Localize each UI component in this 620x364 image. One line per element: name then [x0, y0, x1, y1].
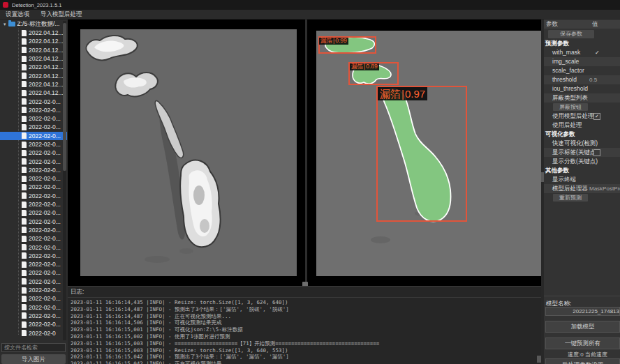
model-name-field[interactable]: 20221225_174813: [545, 307, 620, 316]
postprocess-settings-button[interactable]: 后处理参数设置: [545, 358, 620, 364]
tree-item[interactable]: 2022.04.12...: [0, 80, 67, 89]
file-icon: [22, 176, 27, 182]
tree-item[interactable]: 2022-02-0...: [0, 234, 67, 243]
detection-label: 漏箔|0.89: [350, 63, 379, 70]
param-row[interactable]: 显示终端: [544, 175, 620, 184]
param-label: 使用后处理: [544, 121, 589, 130]
param-value: ✓: [589, 48, 620, 57]
file-icon: [22, 167, 27, 173]
tree-item[interactable]: 2022-02-0...: [0, 320, 67, 328]
param-row[interactable]: 使用后处理: [544, 121, 620, 130]
file-icon: [22, 192, 27, 199]
param-value: MaskPostPro: [589, 184, 620, 193]
tree-item[interactable]: 2022-02-0...: [0, 132, 67, 140]
tree-item[interactable]: 2022-02-0...: [0, 149, 67, 157]
predict-all-button[interactable]: 一键预测所有: [545, 338, 620, 349]
params-col-value: 值: [592, 20, 598, 29]
tree-item[interactable]: 2022-02-0...: [0, 166, 67, 174]
param-button[interactable]: 屏蔽按钮: [553, 103, 588, 111]
tree-item[interactable]: 2022-02-0...: [0, 303, 67, 312]
tree-item-label: 2022-02-0...: [29, 167, 61, 174]
tree-scrollbar-thumb[interactable]: [63, 23, 66, 171]
tree-item[interactable]: 2022-02-0...: [0, 114, 67, 123]
tree-item[interactable]: 2022-02-0...: [0, 174, 67, 183]
load-model-button[interactable]: 加载模型: [545, 321, 620, 333]
tree-item[interactable]: 2022.04.12...: [0, 71, 67, 79]
check-icon[interactable]: ✓: [589, 50, 600, 56]
original-image[interactable]: [80, 29, 297, 276]
tree-item[interactable]: 2022-02-0...: [0, 208, 67, 217]
tree-item[interactable]: 2022-02-0...: [0, 123, 67, 131]
tree-item[interactable]: 2022-02-0: [0, 328, 67, 337]
param-value: [589, 66, 620, 75]
tree-item[interactable]: 2022-02-0...: [0, 192, 67, 200]
file-icon: [22, 304, 27, 310]
param-row[interactable]: 模型后处理器MaskPostPro: [544, 184, 620, 193]
param-value: [589, 84, 620, 93]
tree-item[interactable]: 2022-02-0...: [0, 268, 67, 277]
log-line: 2023-01-11 16:16:14,435 |INFO| - Resize:…: [71, 299, 542, 306]
tree-item[interactable]: 2022-02-0...: [0, 200, 67, 208]
tree-item[interactable]: 2022-02-0...: [0, 140, 67, 149]
param-row[interactable]: 显示分数(关键点): [544, 157, 620, 166]
tree-scrollbar[interactable]: [63, 21, 66, 340]
menu-settings[interactable]: 设置选项: [6, 10, 29, 19]
tree-item-label: 2022.04.12...: [29, 47, 64, 54]
tree-item[interactable]: 2022-02-0...: [0, 218, 67, 226]
tree-item-label: 2022-02-0...: [29, 107, 61, 114]
tree-root[interactable]: ▾ Z:/5-标注数据/...: [0, 20, 67, 29]
checkbox[interactable]: [593, 149, 600, 156]
tree-item[interactable]: 2022-02-0...: [0, 226, 67, 234]
tree-item[interactable]: 2022.04.12...: [0, 63, 67, 71]
tree-item[interactable]: 2022-02-0...: [0, 260, 67, 268]
save-params-button[interactable]: 保存参数: [548, 30, 594, 38]
tree-item[interactable]: 2022-02-0...: [0, 183, 67, 191]
title-bar: Detection_2023.1.5.1: [0, 0, 620, 10]
tree-item[interactable]: 2022.04.12...: [0, 89, 67, 97]
param-row[interactable]: 使用模型后处理✓: [544, 112, 620, 121]
tree-item-label: 2022-02-0...: [29, 261, 61, 268]
search-input[interactable]: [1, 343, 66, 352]
tree-item-label: 2022-02-0...: [29, 227, 61, 234]
param-row[interactable]: img_scale: [544, 57, 620, 66]
image-panel-prediction[interactable]: 漏箔|0.99 漏箔|0.89 漏箔|0.97: [307, 20, 542, 286]
import-images-button[interactable]: 导入图片: [1, 354, 66, 364]
tree-item[interactable]: 2022.04.12...: [0, 46, 67, 54]
chevron-down-icon[interactable]: ▾: [3, 22, 6, 27]
tree-item[interactable]: 2022-02-0...: [0, 97, 67, 105]
param-row[interactable]: 显示标签(关键点): [544, 148, 620, 157]
param-value: [589, 121, 620, 130]
file-icon: [22, 98, 27, 105]
tree-item[interactable]: 2022-02-0...: [0, 278, 67, 286]
param-group-title: 可视化参数: [544, 130, 620, 139]
tree-item[interactable]: 2022-02-0...: [0, 252, 67, 260]
param-row[interactable]: scale_factor: [544, 66, 620, 75]
menu-import-postprocess[interactable]: 导入模型后处理: [40, 10, 82, 19]
file-icon: [22, 132, 27, 139]
param-row[interactable]: with_mask✓: [544, 48, 620, 57]
tree-item[interactable]: 2022-02-0...: [0, 312, 67, 320]
param-row[interactable]: 屏蔽类型列表: [544, 93, 620, 103]
file-icon: [22, 158, 27, 165]
tree-item[interactable]: 2022-02-0...: [0, 294, 67, 303]
param-row[interactable]: threshold0.5: [544, 75, 620, 84]
log-line: 2023-01-11 16:16:15,003 |INFO| - =======…: [71, 340, 542, 347]
checkbox[interactable]: ✓: [593, 113, 600, 120]
tree-item-label: 2022-02-0...: [29, 312, 61, 319]
tree-item[interactable]: 2022.04.12...: [0, 54, 67, 63]
tree-item[interactable]: 2022-02-0...: [0, 286, 67, 294]
param-row[interactable]: 快速可视化(检测): [544, 139, 620, 148]
tree-item[interactable]: 2022-02-0...: [0, 243, 67, 251]
param-button[interactable]: 重新预测: [553, 194, 588, 202]
tree-item[interactable]: 2022-02-0...: [0, 157, 67, 165]
log-line: 2023-01-11 16:16:15,003 |INFO| - Resize:…: [71, 347, 542, 354]
file-icon: [22, 124, 27, 130]
tree-item-label: 2022.04.12...: [29, 63, 64, 70]
file-icon: [22, 64, 27, 70]
image-panel-original[interactable]: [68, 20, 305, 286]
param-row[interactable]: iou_threshold: [544, 84, 620, 93]
file-icon: [22, 236, 27, 242]
tree-item[interactable]: 2022-02-0...: [0, 106, 67, 114]
tree-item[interactable]: 2022.04.12...: [0, 37, 67, 45]
tree-item[interactable]: 2022.04.12...: [0, 29, 67, 37]
